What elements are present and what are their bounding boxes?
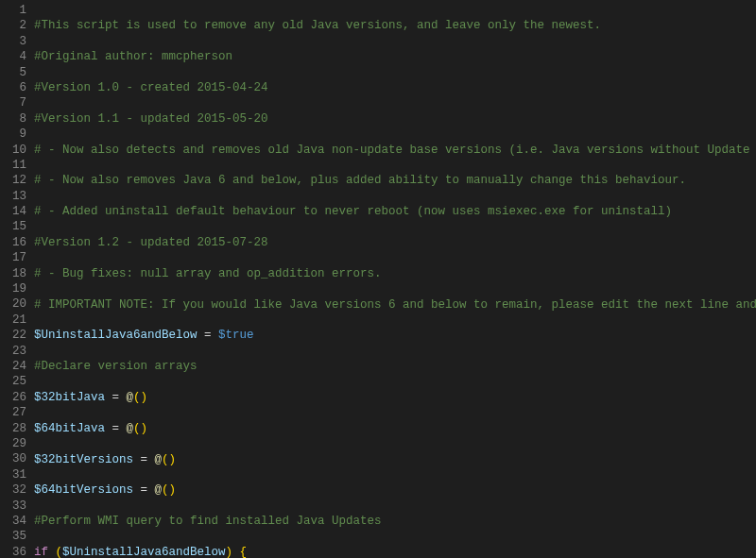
- paren-open: (: [162, 483, 169, 497]
- line-number: 14: [0, 204, 26, 219]
- variable: $32bitVersions: [34, 453, 133, 466]
- line-number: 22: [0, 328, 26, 343]
- variable: $UninstallJava6andBelow: [62, 546, 226, 558]
- variable: $64bitVersions: [34, 483, 133, 497]
- variable: $UninstallJava6andBelow: [34, 329, 198, 342]
- code-line[interactable]: #Declare version arrays: [34, 359, 756, 374]
- space: [232, 546, 240, 558]
- paren-close: ): [226, 546, 233, 558]
- line-number: 28: [0, 421, 26, 436]
- comment: # - Bug fixes: null array and op_additio…: [34, 267, 382, 280]
- comment: #Version 1.2 - updated 2015-07-28: [34, 236, 268, 249]
- line-number: 11: [0, 158, 26, 173]
- code-line[interactable]: $64bitJava = @(): [34, 421, 756, 436]
- code-line[interactable]: # - Now also detects and removes old Jav…: [34, 143, 756, 158]
- operator: =: [133, 483, 155, 497]
- line-number: 1: [0, 3, 26, 18]
- code-line[interactable]: # - Bug fixes: null array and op_additio…: [34, 266, 756, 281]
- line-number: 16: [0, 235, 26, 250]
- line-number: 15: [0, 219, 26, 234]
- line-number: 32: [0, 482, 26, 498]
- code-line[interactable]: #Version 1.2 - updated 2015-07-28: [34, 235, 756, 250]
- line-number: 33: [0, 499, 26, 514]
- array-at: @: [155, 453, 163, 466]
- keyword-true: $true: [218, 329, 254, 342]
- line-number: 6: [0, 80, 26, 95]
- array-at: @: [127, 391, 134, 404]
- line-number: 30: [0, 451, 26, 466]
- line-number: 26: [0, 390, 26, 405]
- code-line[interactable]: #This script is used to remove any old J…: [34, 18, 756, 33]
- code-editor[interactable]: 1 2 3 4 5 6 7 8 9 10 11 12 13 14 15 16 1…: [0, 0, 756, 558]
- paren-open: (: [162, 453, 169, 466]
- code-line[interactable]: if ($UninstallJava6andBelow) {: [34, 545, 756, 558]
- code-line[interactable]: # - Added uninstall default behaviour to…: [34, 204, 756, 219]
- code-line[interactable]: # - Now also removes Java 6 and below, p…: [34, 173, 756, 188]
- line-number: 2: [0, 18, 26, 33]
- operator: =: [198, 329, 219, 342]
- comment: #Version 1.1 - updated 2015-05-20: [34, 112, 268, 126]
- line-number-gutter: 1 2 3 4 5 6 7 8 9 10 11 12 13 14 15 16 1…: [0, 0, 34, 558]
- array-at: @: [127, 422, 134, 435]
- comment: # - Now also detects and removes old Jav…: [34, 144, 756, 157]
- code-area[interactable]: #This script is used to remove any old J…: [34, 0, 756, 558]
- variable: $32bitJava: [34, 391, 105, 404]
- operator: =: [105, 391, 127, 404]
- paren-close: ): [141, 391, 148, 404]
- line-number: 27: [0, 405, 26, 420]
- line-number: 12: [0, 173, 26, 188]
- line-number: 19: [0, 281, 26, 296]
- variable: $64bitJava: [34, 422, 105, 435]
- line-number: 36: [0, 545, 26, 558]
- line-number: 10: [0, 143, 26, 158]
- line-number: 18: [0, 266, 26, 281]
- operator: =: [105, 422, 127, 435]
- line-number: 21: [0, 313, 26, 328]
- paren-open: (: [133, 391, 141, 404]
- line-number: 35: [0, 529, 26, 544]
- line-number: 29: [0, 436, 26, 451]
- line-number: 4: [0, 49, 26, 64]
- keyword-if: if: [34, 546, 48, 558]
- paren-open: (: [56, 546, 63, 558]
- paren-close: ): [169, 453, 177, 466]
- line-number: 8: [0, 111, 26, 127]
- code-line[interactable]: #Perform WMI query to find installed Jav…: [34, 514, 756, 529]
- line-number: 17: [0, 250, 26, 265]
- code-line[interactable]: $64bitVersions = @(): [34, 482, 756, 498]
- comment: #This script is used to remove any old J…: [34, 19, 601, 32]
- paren-close: ): [169, 483, 177, 497]
- line-number: 9: [0, 127, 26, 142]
- comment: #Perform WMI query to find installed Jav…: [34, 515, 382, 528]
- paren-open: (: [133, 422, 141, 435]
- code-line[interactable]: $32bitVersions = @(): [34, 452, 756, 467]
- operator: =: [133, 453, 155, 466]
- code-line[interactable]: $32bitJava = @(): [34, 390, 756, 405]
- space: [48, 546, 56, 558]
- code-line[interactable]: #Version 1.1 - updated 2015-05-20: [34, 111, 756, 127]
- comment: # IMPORTANT NOTE: If you would like Java…: [34, 298, 756, 312]
- code-line[interactable]: #Version 1.0 - created 2015-04-24: [34, 80, 756, 95]
- line-number: 7: [0, 95, 26, 110]
- comment: #Declare version arrays: [34, 360, 198, 373]
- line-number: 31: [0, 467, 26, 482]
- code-line[interactable]: # IMPORTANT NOTE: If you would like Java…: [34, 297, 756, 313]
- line-number: 24: [0, 359, 26, 374]
- comment: # - Added uninstall default behaviour to…: [34, 205, 672, 218]
- line-number: 20: [0, 296, 26, 312]
- line-number: 13: [0, 189, 26, 204]
- line-number: 25: [0, 374, 26, 389]
- paren-close: ): [141, 422, 148, 435]
- line-number: 23: [0, 344, 26, 359]
- comment: # - Now also removes Java 6 and below, p…: [34, 174, 686, 187]
- line-number: 5: [0, 65, 26, 80]
- code-line[interactable]: $UninstallJava6andBelow = $true: [34, 328, 756, 343]
- line-number: 3: [0, 34, 26, 49]
- comment: #Original author: mmcpherson: [34, 50, 232, 63]
- code-line[interactable]: #Original author: mmcpherson: [34, 49, 756, 64]
- comment: #Version 1.0 - created 2015-04-24: [34, 81, 268, 94]
- brace-open: {: [240, 546, 248, 558]
- line-number: 34: [0, 514, 26, 529]
- array-at: @: [155, 483, 163, 497]
